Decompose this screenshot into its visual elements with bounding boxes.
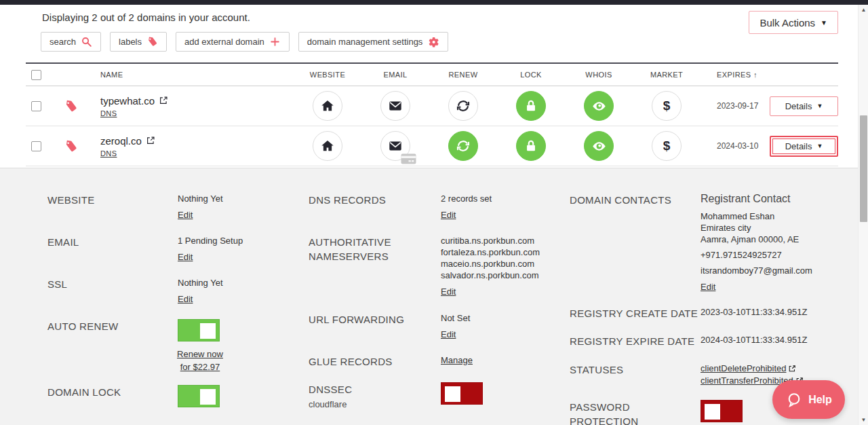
url-forwarding-label: URL FORWARDING (309, 312, 441, 327)
market-icon-button[interactable]: $ (652, 131, 682, 161)
label-tag-icon[interactable] (64, 139, 78, 153)
renew-icon-button[interactable] (448, 131, 478, 161)
registry-create-date-value: 2023-03-10T11:33:34.951Z (701, 306, 841, 318)
toolbar: search labels add external domain domain… (41, 32, 448, 52)
labels-button[interactable]: labels (110, 32, 167, 52)
domain-management-settings-button[interactable]: domain management settings (298, 32, 449, 52)
renew-now-link[interactable]: Renew now for $22.97 (176, 348, 224, 373)
row-checkbox[interactable] (31, 101, 41, 111)
details-button-expanded[interactable]: Details ▼ (770, 136, 838, 157)
details-column-left: WEBSITE Nothing Yet Edit EMAIL 1 Pending… (47, 193, 298, 407)
details-button[interactable]: Details ▼ (770, 96, 838, 116)
scroll-up-arrow-icon[interactable]: ▲ (859, 5, 868, 15)
column-header-whois: WHOIS (565, 71, 633, 79)
domain-name[interactable]: typewhat.co (100, 95, 155, 107)
glue-records-manage-link[interactable]: Manage (441, 355, 473, 365)
lock-icon (524, 98, 538, 113)
auto-renew-label: AUTO RENEW (47, 319, 178, 333)
password-protection-label: PASSWORD PROTECTION (570, 400, 654, 425)
label-tag-icon[interactable] (64, 99, 78, 113)
domain-name[interactable]: zeroql.co (100, 135, 142, 147)
status-link[interactable]: clientDeleteProhibited (701, 363, 786, 375)
home-icon (320, 138, 335, 153)
whois-icon-button[interactable] (584, 131, 614, 161)
dns-records-edit-link[interactable]: Edit (441, 209, 456, 221)
bulk-actions-button[interactable]: Bulk Actions ▼ (749, 11, 838, 34)
external-link-icon[interactable] (146, 136, 155, 145)
contact-address-line1: Emirates city (701, 222, 841, 234)
website-icon-button[interactable] (313, 131, 342, 161)
dns-records-value: 2 records set (441, 193, 570, 204)
eye-icon (591, 138, 607, 154)
table-header-row: NAME WEBSITE EMAIL RENEW LOCK WHOIS MARK… (26, 62, 838, 86)
dns-records-label: DNS RECORDS (309, 193, 441, 207)
expires-date: 2024-03-10 (701, 141, 768, 151)
column-header-renew: RENEW (429, 71, 497, 79)
scroll-down-arrow-icon[interactable]: ▼ (859, 415, 868, 425)
add-external-domain-button[interactable]: add external domain (176, 32, 290, 52)
select-all-checkbox[interactable] (31, 70, 41, 80)
dollar-icon: $ (663, 138, 671, 153)
nameservers-edit-link[interactable]: Edit (441, 286, 456, 297)
chevron-down-icon: ▼ (821, 19, 827, 26)
dnssec-toggle[interactable] (441, 382, 483, 405)
whois-icon-button[interactable] (584, 91, 614, 121)
statuses-label: STATUSES (570, 363, 701, 377)
chevron-down-icon: ▼ (816, 103, 823, 109)
contact-edit-link[interactable]: Edit (701, 281, 715, 293)
table-row: zeroql.co DNS $ 2024-03-10 Details ▼ (26, 126, 838, 166)
email-icon-button[interactable] (380, 131, 410, 161)
website-edit-link[interactable]: Edit (178, 209, 193, 221)
renew-icon-button[interactable] (448, 91, 478, 121)
row-checkbox[interactable] (31, 141, 41, 151)
contact-name: Mohammed Eshan (701, 210, 841, 222)
market-icon-button[interactable]: $ (652, 91, 682, 121)
domain-table: NAME WEBSITE EMAIL RENEW LOCK WHOIS MARK… (26, 62, 838, 166)
plus-icon (269, 36, 281, 48)
home-icon (320, 98, 335, 113)
website-label: WEBSITE (47, 193, 178, 207)
password-protection-toggle[interactable] (701, 400, 743, 422)
dollar-icon: $ (663, 98, 671, 113)
website-value: Nothing Yet (178, 193, 298, 204)
domain-lock-label: DOMAIN LOCK (47, 385, 178, 399)
domain-count-summary: Displaying 2 out of 2 domains in your ac… (42, 12, 250, 23)
column-header-expires[interactable]: EXPIRES ↑ (701, 71, 768, 79)
url-forwarding-edit-link[interactable]: Edit (441, 329, 456, 340)
url-forwarding-value: Not Set (441, 312, 570, 324)
email-value: 1 Pending Setup (178, 235, 298, 246)
domain-lock-toggle[interactable] (178, 385, 220, 407)
contact-address-line2: Aamra, Ajman 00000, AE (701, 234, 841, 245)
payment-pending-card-icon (401, 153, 416, 164)
lock-icon-button[interactable] (516, 131, 546, 161)
ssl-label: SSL (47, 277, 178, 291)
dns-link[interactable]: DNS (100, 149, 117, 158)
registry-expire-date-value: 2024-03-10T11:33:34.951Z (701, 334, 841, 346)
vertical-scrollbar[interactable]: ▲ ▼ (858, 5, 868, 425)
sort-ascending-icon: ↑ (753, 71, 757, 79)
email-edit-link[interactable]: Edit (178, 251, 193, 263)
lock-icon-button[interactable] (516, 91, 546, 121)
help-button[interactable]: Help (772, 380, 845, 419)
glue-records-label: GLUE RECORDS (309, 354, 441, 369)
nameserver-item: maceio.ns.porkbun.com (441, 258, 570, 270)
scrollbar-thumb[interactable] (860, 115, 867, 222)
dns-link[interactable]: DNS (100, 109, 117, 117)
chat-bubble-icon (785, 391, 802, 408)
chevron-down-icon: ▼ (816, 143, 823, 149)
ssl-edit-link[interactable]: Edit (178, 293, 193, 305)
search-icon (81, 36, 92, 48)
details-column-middle: DNS RECORDS 2 records set Edit AUTHORITA… (309, 193, 570, 409)
registry-expire-date-label: REGISTRY EXPIRE DATE (570, 334, 701, 348)
expires-date: 2023-09-17 (701, 101, 768, 111)
dnssec-label: DNSSEC (309, 382, 441, 396)
website-icon-button[interactable] (313, 91, 342, 121)
column-header-market: MARKET (633, 71, 701, 79)
nameserver-item: curitiba.ns.porkbun.com (441, 235, 570, 246)
dnssec-provider: cloudflare (309, 399, 441, 409)
contact-phone: +971.971524925727 (701, 249, 841, 261)
email-icon-button[interactable] (380, 91, 410, 121)
search-button[interactable]: search (41, 32, 101, 52)
auto-renew-toggle[interactable] (178, 319, 220, 341)
external-link-icon[interactable] (159, 96, 168, 105)
